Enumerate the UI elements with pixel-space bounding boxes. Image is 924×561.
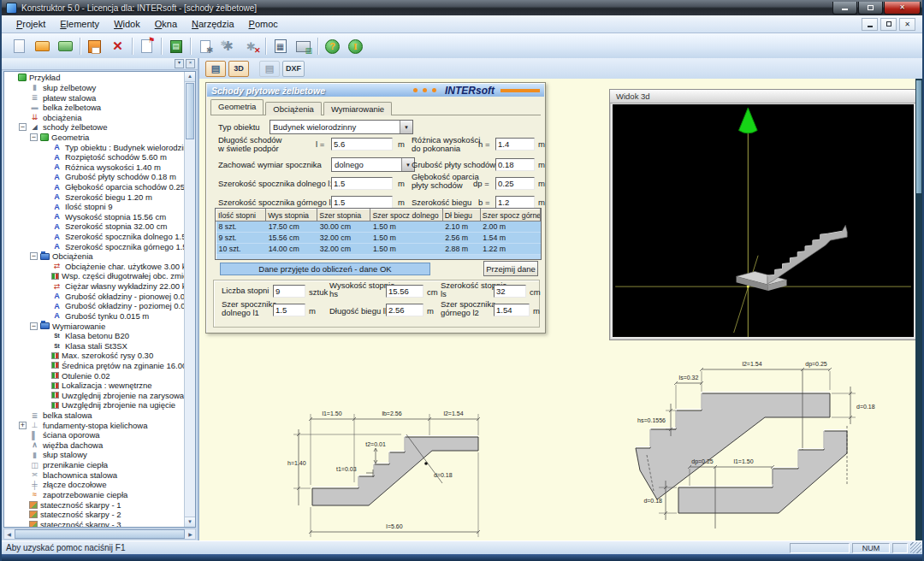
tree-item[interactable]: słup żelbetowy — [5, 83, 185, 93]
close-button[interactable]: ✕ — [884, 2, 921, 15]
new-button[interactable] — [8, 36, 31, 57]
tree-item[interactable]: więźba dachowa — [5, 440, 185, 451]
help-button[interactable] — [321, 36, 344, 57]
column-header[interactable]: Szer stopnia — [317, 210, 370, 221]
print-report-button[interactable] — [292, 36, 315, 57]
tree-item[interactable]: ściana oporowa — [5, 430, 185, 440]
tree-vertical-scrollbar[interactable]: ▲ ▼ — [184, 72, 195, 527]
chevron-down-icon[interactable]: ▼ — [400, 121, 412, 133]
menu-item-5[interactable]: Pomoc — [243, 17, 284, 31]
tree-item[interactable]: Klasa betonu B20 — [5, 331, 185, 341]
tree-item[interactable]: słup stalowy — [5, 450, 185, 460]
column-header[interactable]: Ilość stopni — [216, 210, 266, 221]
tree-item[interactable]: Szerokość biegu 1.20 m — [5, 192, 185, 202]
tree-item[interactable]: Grubość okładziny - pionowej 0.01 m — [5, 291, 185, 301]
doc-gear-button[interactable] — [193, 36, 216, 57]
tree-item[interactable]: Grubość okładziny - poziomej 0.03 m — [5, 301, 185, 311]
wysokosc-stopnia-input[interactable] — [386, 285, 424, 298]
tree-expander[interactable]: − — [30, 322, 38, 330]
spocznik-gorny-input[interactable] — [331, 196, 393, 209]
tree-item[interactable]: złącze doczołowe — [5, 480, 185, 490]
tree-item[interactable]: Szerokość spocznika górnego 1.54 m — [5, 241, 185, 251]
doc-flag-button[interactable] — [135, 36, 158, 57]
minimize-button[interactable] — [832, 2, 857, 15]
tree-item[interactable]: −Wymiarowanie — [5, 321, 185, 331]
gear-delete-button[interactable] — [240, 36, 263, 57]
szer-spocz-dolny-input[interactable] — [273, 304, 305, 316]
tree-item[interactable]: −schody żelbetowe — [5, 122, 185, 133]
scroll-up-icon[interactable]: ▲ — [185, 72, 195, 82]
tree-item[interactable]: Średnica prętów na zginanie 16.00 — [5, 361, 185, 371]
tree-expander[interactable]: − — [30, 133, 38, 141]
tree-item[interactable]: Ciężar własny wykładziny 22.00 kN.m3 — [5, 281, 185, 292]
tree-item[interactable]: zapotrzebowanie ciepła — [5, 490, 185, 500]
scroll-down-icon[interactable]: ▼ — [185, 517, 195, 527]
mdi-scroll-thumb[interactable] — [916, 80, 921, 193]
tree-item[interactable]: Uwzględnij zbrojenie na ugięcie — [5, 400, 185, 410]
tree-item[interactable]: Różnica wysokości 1.40 m — [5, 162, 185, 172]
scroll-thumb[interactable] — [186, 83, 194, 139]
book-button[interactable] — [164, 36, 187, 57]
menu-item-4[interactable]: Narzędzia — [186, 17, 240, 31]
tab-obciazenia[interactable]: Obciążenia — [265, 102, 322, 115]
tree-item[interactable]: Typ obiektu : Budynek wielorodzinny — [5, 142, 185, 152]
column-header[interactable]: Dł biegu — [442, 210, 480, 221]
folder-button[interactable] — [54, 36, 77, 57]
tree-item[interactable]: Max. szerokość rysy 0.30 — [5, 351, 185, 361]
przejmij-dane-button[interactable]: Przejmij dane — [483, 261, 538, 276]
tree-item[interactable]: przenikanie ciepła — [5, 460, 185, 470]
calculator-button[interactable] — [269, 36, 292, 57]
panel-pin-icon[interactable]: ▾ — [175, 59, 184, 68]
info-button[interactable] — [344, 36, 367, 57]
tree-expander[interactable]: − — [19, 123, 27, 131]
resize-grip[interactable] — [910, 542, 921, 553]
report-view-button[interactable]: ▤ — [205, 61, 226, 77]
table-row[interactable]: 8 szt.17.50 cm30.00 cm1.50 m2.10 m2.00 m — [216, 221, 541, 233]
spocznik-dolny-input[interactable] — [331, 177, 393, 190]
save-button[interactable] — [83, 36, 106, 57]
scroll-right-icon[interactable]: ▶ — [186, 531, 195, 537]
column-header[interactable]: Wys stopnia — [266, 210, 317, 221]
tree-item[interactable]: Grubość tynku 0.015 m — [5, 311, 185, 322]
tree-expander[interactable]: − — [30, 252, 38, 260]
tree-item[interactable]: Ilość stopni 9 — [5, 202, 185, 212]
tree-item[interactable]: −Geometria — [5, 133, 185, 143]
scroll-thumb-h[interactable] — [15, 529, 185, 539]
tree-item[interactable]: Wsp. części długotrwałej obc. zmiennego … — [5, 271, 185, 281]
zachowac-select[interactable]: dolnego ▼ — [331, 157, 415, 172]
tree-item[interactable]: Lokalizacja : wewnętrzne — [5, 381, 185, 391]
tree-item[interactable]: Otulenie 0.02 — [5, 370, 185, 381]
tree-item[interactable]: Grubość płyty schodów 0.18 m — [5, 172, 185, 182]
mdi-restore-button[interactable] — [880, 18, 897, 31]
tree-item[interactable]: płatew stalowa — [5, 92, 185, 103]
tree-item[interactable]: stateczność skarpy - 2 — [5, 510, 185, 520]
typ-obiektu-select[interactable]: Budynek wielorodzinny ▼ — [270, 120, 413, 134]
menu-item-1[interactable]: Elementy — [54, 17, 105, 31]
tree-horizontal-scrollbar[interactable]: ◀ ▶ — [3, 529, 196, 540]
maximize-button[interactable] — [858, 2, 883, 15]
menu-item-2[interactable]: Widok — [108, 17, 146, 31]
tab-geometria[interactable]: Geometria — [210, 99, 264, 115]
tree-item[interactable]: stateczność skarpy - 3 — [5, 519, 185, 527]
tree-item[interactable]: Szerokość spocznika dolnego 1.50 m — [5, 232, 185, 242]
szer-spocz-gorny-input[interactable] — [494, 304, 530, 316]
tab-wymiarowanie[interactable]: Wymiarowanie — [323, 102, 392, 115]
roznica-input[interactable] — [495, 138, 535, 151]
mdi-vertical-scrollbar[interactable] — [915, 79, 922, 540]
szerokosc-stopnia-input[interactable] — [494, 285, 526, 298]
tree-item[interactable]: stateczność skarpy - 1 — [5, 499, 185, 510]
tree-item[interactable]: Uwzględnij zbrojenie na zarysowanie — [5, 391, 185, 401]
mdi-minimize-button[interactable] — [862, 18, 878, 31]
tree-item[interactable]: +fundamenty-stopa kielichowa — [5, 420, 185, 430]
grubosc-input[interactable] — [495, 158, 535, 171]
dlugosc-biegu-input[interactable] — [386, 304, 424, 316]
tree-item[interactable]: Głębokość oparcia schodów 0.25 m — [5, 182, 185, 192]
table-row[interactable]: 10 szt.14.00 cm32.00 cm1.50 m2.88 m1.22 … — [216, 244, 541, 255]
column-header[interactable]: Szer spocz dolnego — [370, 210, 442, 221]
tree-item[interactable]: Przykład — [5, 73, 185, 83]
tree-item[interactable]: Klasa stali St3SX — [5, 340, 185, 351]
dlugosc-input[interactable] — [331, 138, 393, 151]
scroll-left-icon[interactable]: ◀ — [4, 531, 14, 537]
print-view-button[interactable]: ▤ — [259, 61, 280, 77]
column-header[interactable]: Szer spocz górnego — [480, 210, 540, 221]
